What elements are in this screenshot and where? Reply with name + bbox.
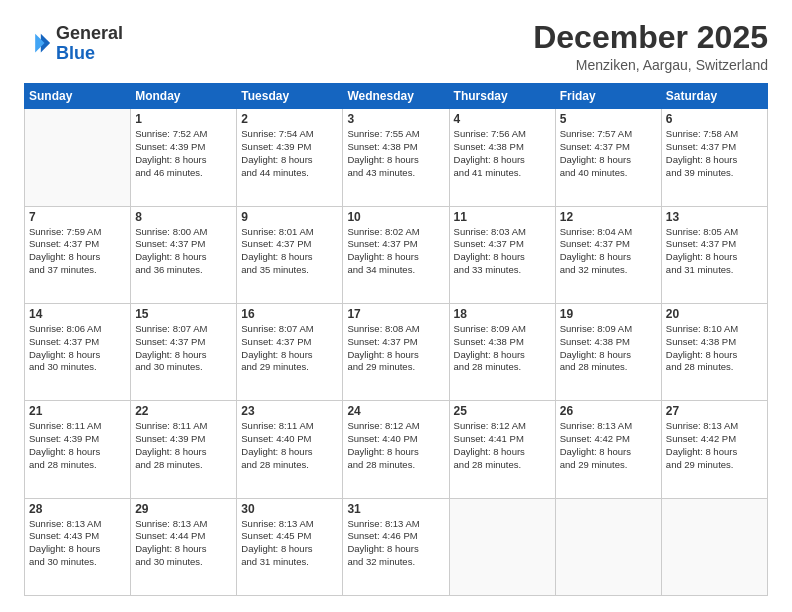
calendar-cell: 28Sunrise: 8:13 AMSunset: 4:43 PMDayligh…	[25, 498, 131, 595]
calendar-cell	[449, 498, 555, 595]
calendar-cell: 19Sunrise: 8:09 AMSunset: 4:38 PMDayligh…	[555, 303, 661, 400]
day-info: Sunrise: 8:00 AMSunset: 4:37 PMDaylight:…	[135, 226, 232, 277]
day-number: 5	[560, 112, 657, 126]
calendar-cell: 20Sunrise: 8:10 AMSunset: 4:38 PMDayligh…	[661, 303, 767, 400]
col-wednesday: Wednesday	[343, 84, 449, 109]
calendar-cell	[555, 498, 661, 595]
month-title: December 2025	[533, 20, 768, 55]
day-info: Sunrise: 7:55 AMSunset: 4:38 PMDaylight:…	[347, 128, 444, 179]
day-info: Sunrise: 7:54 AMSunset: 4:39 PMDaylight:…	[241, 128, 338, 179]
col-friday: Friday	[555, 84, 661, 109]
calendar-cell: 13Sunrise: 8:05 AMSunset: 4:37 PMDayligh…	[661, 206, 767, 303]
day-number: 21	[29, 404, 126, 418]
week-row-5: 28Sunrise: 8:13 AMSunset: 4:43 PMDayligh…	[25, 498, 768, 595]
calendar-cell	[661, 498, 767, 595]
day-number: 6	[666, 112, 763, 126]
day-info: Sunrise: 8:05 AMSunset: 4:37 PMDaylight:…	[666, 226, 763, 277]
calendar-cell: 22Sunrise: 8:11 AMSunset: 4:39 PMDayligh…	[131, 401, 237, 498]
day-number: 14	[29, 307, 126, 321]
day-info: Sunrise: 8:13 AMSunset: 4:42 PMDaylight:…	[560, 420, 657, 471]
calendar-cell: 8Sunrise: 8:00 AMSunset: 4:37 PMDaylight…	[131, 206, 237, 303]
day-number: 20	[666, 307, 763, 321]
day-info: Sunrise: 8:07 AMSunset: 4:37 PMDaylight:…	[241, 323, 338, 374]
day-info: Sunrise: 8:12 AMSunset: 4:41 PMDaylight:…	[454, 420, 551, 471]
week-row-1: 1Sunrise: 7:52 AMSunset: 4:39 PMDaylight…	[25, 109, 768, 206]
week-row-2: 7Sunrise: 7:59 AMSunset: 4:37 PMDaylight…	[25, 206, 768, 303]
day-number: 18	[454, 307, 551, 321]
calendar-cell: 11Sunrise: 8:03 AMSunset: 4:37 PMDayligh…	[449, 206, 555, 303]
day-info: Sunrise: 8:10 AMSunset: 4:38 PMDaylight:…	[666, 323, 763, 374]
day-info: Sunrise: 8:07 AMSunset: 4:37 PMDaylight:…	[135, 323, 232, 374]
day-number: 12	[560, 210, 657, 224]
day-info: Sunrise: 8:13 AMSunset: 4:43 PMDaylight:…	[29, 518, 126, 569]
calendar-cell: 5Sunrise: 7:57 AMSunset: 4:37 PMDaylight…	[555, 109, 661, 206]
calendar-cell: 6Sunrise: 7:58 AMSunset: 4:37 PMDaylight…	[661, 109, 767, 206]
calendar-cell: 2Sunrise: 7:54 AMSunset: 4:39 PMDaylight…	[237, 109, 343, 206]
day-info: Sunrise: 7:57 AMSunset: 4:37 PMDaylight:…	[560, 128, 657, 179]
day-number: 15	[135, 307, 232, 321]
calendar-cell: 27Sunrise: 8:13 AMSunset: 4:42 PMDayligh…	[661, 401, 767, 498]
day-number: 1	[135, 112, 232, 126]
calendar-cell: 15Sunrise: 8:07 AMSunset: 4:37 PMDayligh…	[131, 303, 237, 400]
day-info: Sunrise: 8:09 AMSunset: 4:38 PMDaylight:…	[560, 323, 657, 374]
logo-line1: General	[56, 23, 123, 43]
day-info: Sunrise: 8:13 AMSunset: 4:44 PMDaylight:…	[135, 518, 232, 569]
calendar-cell: 16Sunrise: 8:07 AMSunset: 4:37 PMDayligh…	[237, 303, 343, 400]
calendar-cell: 17Sunrise: 8:08 AMSunset: 4:37 PMDayligh…	[343, 303, 449, 400]
day-info: Sunrise: 8:13 AMSunset: 4:45 PMDaylight:…	[241, 518, 338, 569]
calendar: Sunday Monday Tuesday Wednesday Thursday…	[24, 83, 768, 596]
day-number: 19	[560, 307, 657, 321]
day-info: Sunrise: 8:03 AMSunset: 4:37 PMDaylight:…	[454, 226, 551, 277]
day-info: Sunrise: 8:08 AMSunset: 4:37 PMDaylight:…	[347, 323, 444, 374]
day-info: Sunrise: 8:02 AMSunset: 4:37 PMDaylight:…	[347, 226, 444, 277]
calendar-cell: 10Sunrise: 8:02 AMSunset: 4:37 PMDayligh…	[343, 206, 449, 303]
day-number: 27	[666, 404, 763, 418]
calendar-cell: 14Sunrise: 8:06 AMSunset: 4:37 PMDayligh…	[25, 303, 131, 400]
calendar-cell: 26Sunrise: 8:13 AMSunset: 4:42 PMDayligh…	[555, 401, 661, 498]
calendar-cell: 4Sunrise: 7:56 AMSunset: 4:38 PMDaylight…	[449, 109, 555, 206]
day-info: Sunrise: 8:11 AMSunset: 4:40 PMDaylight:…	[241, 420, 338, 471]
day-number: 25	[454, 404, 551, 418]
calendar-cell: 25Sunrise: 8:12 AMSunset: 4:41 PMDayligh…	[449, 401, 555, 498]
day-info: Sunrise: 8:13 AMSunset: 4:42 PMDaylight:…	[666, 420, 763, 471]
col-sunday: Sunday	[25, 84, 131, 109]
calendar-header-row: Sunday Monday Tuesday Wednesday Thursday…	[25, 84, 768, 109]
day-number: 24	[347, 404, 444, 418]
day-info: Sunrise: 8:06 AMSunset: 4:37 PMDaylight:…	[29, 323, 126, 374]
day-number: 2	[241, 112, 338, 126]
logo-line2: Blue	[56, 43, 95, 63]
day-info: Sunrise: 7:59 AMSunset: 4:37 PMDaylight:…	[29, 226, 126, 277]
day-number: 10	[347, 210, 444, 224]
day-info: Sunrise: 8:09 AMSunset: 4:38 PMDaylight:…	[454, 323, 551, 374]
page: General Blue December 2025 Menziken, Aar…	[0, 0, 792, 612]
day-number: 28	[29, 502, 126, 516]
header: General Blue December 2025 Menziken, Aar…	[24, 20, 768, 73]
calendar-cell: 21Sunrise: 8:11 AMSunset: 4:39 PMDayligh…	[25, 401, 131, 498]
location: Menziken, Aargau, Switzerland	[533, 57, 768, 73]
day-info: Sunrise: 8:11 AMSunset: 4:39 PMDaylight:…	[135, 420, 232, 471]
calendar-cell: 7Sunrise: 7:59 AMSunset: 4:37 PMDaylight…	[25, 206, 131, 303]
day-number: 11	[454, 210, 551, 224]
day-info: Sunrise: 8:04 AMSunset: 4:37 PMDaylight:…	[560, 226, 657, 277]
day-number: 29	[135, 502, 232, 516]
day-number: 26	[560, 404, 657, 418]
day-info: Sunrise: 7:58 AMSunset: 4:37 PMDaylight:…	[666, 128, 763, 179]
calendar-cell: 1Sunrise: 7:52 AMSunset: 4:39 PMDaylight…	[131, 109, 237, 206]
calendar-cell: 31Sunrise: 8:13 AMSunset: 4:46 PMDayligh…	[343, 498, 449, 595]
logo-text: General Blue	[56, 24, 123, 64]
day-number: 31	[347, 502, 444, 516]
day-number: 30	[241, 502, 338, 516]
day-number: 23	[241, 404, 338, 418]
day-number: 9	[241, 210, 338, 224]
calendar-cell: 3Sunrise: 7:55 AMSunset: 4:38 PMDaylight…	[343, 109, 449, 206]
day-info: Sunrise: 8:12 AMSunset: 4:40 PMDaylight:…	[347, 420, 444, 471]
col-saturday: Saturday	[661, 84, 767, 109]
col-tuesday: Tuesday	[237, 84, 343, 109]
col-monday: Monday	[131, 84, 237, 109]
calendar-cell: 9Sunrise: 8:01 AMSunset: 4:37 PMDaylight…	[237, 206, 343, 303]
day-info: Sunrise: 8:13 AMSunset: 4:46 PMDaylight:…	[347, 518, 444, 569]
day-info: Sunrise: 8:01 AMSunset: 4:37 PMDaylight:…	[241, 226, 338, 277]
day-number: 16	[241, 307, 338, 321]
logo: General Blue	[24, 24, 123, 64]
calendar-cell: 30Sunrise: 8:13 AMSunset: 4:45 PMDayligh…	[237, 498, 343, 595]
